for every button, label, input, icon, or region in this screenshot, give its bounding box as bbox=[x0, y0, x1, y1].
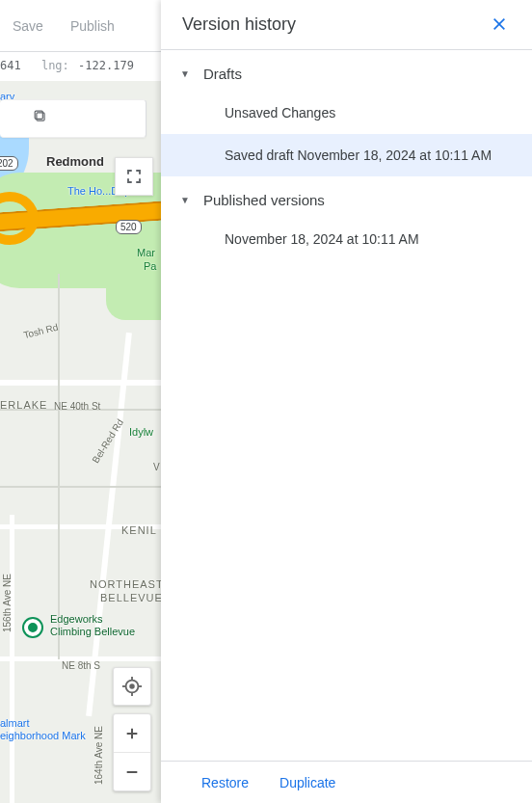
section-toggle-published[interactable]: ▼ Published versions bbox=[161, 176, 532, 218]
area-label: NORTHEAST bbox=[90, 578, 161, 590]
area-label: KENIL bbox=[121, 524, 157, 536]
location-pin-icon[interactable] bbox=[24, 619, 41, 636]
route-shield: 202 bbox=[0, 156, 18, 171]
zoom-in-button[interactable] bbox=[114, 714, 150, 753]
minus-icon bbox=[124, 764, 140, 780]
fullscreen-button[interactable] bbox=[115, 157, 153, 196]
park-label: Idylw bbox=[129, 426, 153, 438]
version-item[interactable]: Saved draft November 18, 2024 at 10:11 A… bbox=[161, 134, 532, 176]
street-label: Tosh Rd bbox=[22, 322, 59, 341]
panel-body: ▼ Drafts Unsaved Changes Saved draft Nov… bbox=[161, 50, 532, 761]
street-label: 164th Ave NE bbox=[93, 726, 104, 785]
fullscreen-icon bbox=[125, 168, 143, 185]
section-toggle-drafts[interactable]: ▼ Drafts bbox=[161, 50, 532, 92]
poi-label: Climbing Bellevue bbox=[50, 626, 135, 637]
my-location-button[interactable] bbox=[113, 667, 151, 706]
duplicate-button[interactable]: Duplicate bbox=[279, 775, 335, 790]
street-label: 156th Ave NE bbox=[2, 574, 13, 632]
close-button[interactable] bbox=[488, 9, 511, 41]
crosshair-icon bbox=[121, 676, 143, 697]
poi-label: eighborhood Mark bbox=[0, 730, 86, 741]
version-item[interactable]: Unsaved Changes bbox=[161, 92, 532, 134]
map-column: Save Publish 641 lng: -122.179 520 202 R… bbox=[0, 0, 161, 803]
publish-button[interactable]: Publish bbox=[70, 18, 115, 34]
version-item[interactable]: November 18, 2024 at 10:11 AM bbox=[161, 218, 532, 260]
save-button[interactable]: Save bbox=[13, 18, 43, 34]
panel-footer: Restore Duplicate bbox=[161, 761, 532, 803]
city-label: Redmond bbox=[46, 154, 104, 169]
svg-point-3 bbox=[130, 684, 134, 688]
map-search-input[interactable] bbox=[0, 99, 146, 138]
lng-label: lng: bbox=[41, 59, 69, 72]
chevron-down-icon: ▼ bbox=[180, 195, 190, 205]
panel-title: Version history bbox=[182, 14, 296, 35]
zoom-out-button[interactable] bbox=[114, 753, 150, 790]
area-label: ERLAKE bbox=[0, 399, 47, 411]
street-label: NE 40th St bbox=[54, 401, 100, 412]
section-label: Drafts bbox=[203, 66, 242, 82]
road-minor bbox=[0, 486, 161, 488]
park-label: Mar bbox=[137, 247, 155, 258]
street-label: V bbox=[153, 462, 160, 472]
area-label: BELLEVUE bbox=[100, 592, 161, 603]
stack-icon bbox=[34, 110, 47, 123]
restore-button[interactable]: Restore bbox=[201, 775, 249, 790]
street-label: NE 8th S bbox=[62, 660, 100, 671]
poi-label: almart bbox=[0, 717, 30, 729]
editor-toolbar: Save Publish bbox=[0, 0, 161, 52]
road bbox=[0, 380, 161, 386]
section-label: Published versions bbox=[203, 192, 325, 208]
plus-icon bbox=[124, 726, 140, 741]
version-history-panel: Version history ▼ Drafts Unsaved Changes… bbox=[161, 0, 532, 803]
panel-header: Version history bbox=[161, 0, 532, 50]
chevron-down-icon: ▼ bbox=[180, 68, 190, 79]
zoom-control bbox=[113, 713, 151, 791]
lng-value: -122.179 bbox=[78, 59, 134, 72]
close-icon bbox=[492, 16, 507, 32]
park-label: Pa bbox=[144, 260, 156, 272]
lat-value-fragment: 641 bbox=[0, 59, 21, 72]
poi-label: Edgeworks bbox=[50, 613, 102, 625]
route-shield: 520 bbox=[116, 220, 142, 234]
coordinate-readout: 641 lng: -122.179 bbox=[0, 52, 161, 81]
